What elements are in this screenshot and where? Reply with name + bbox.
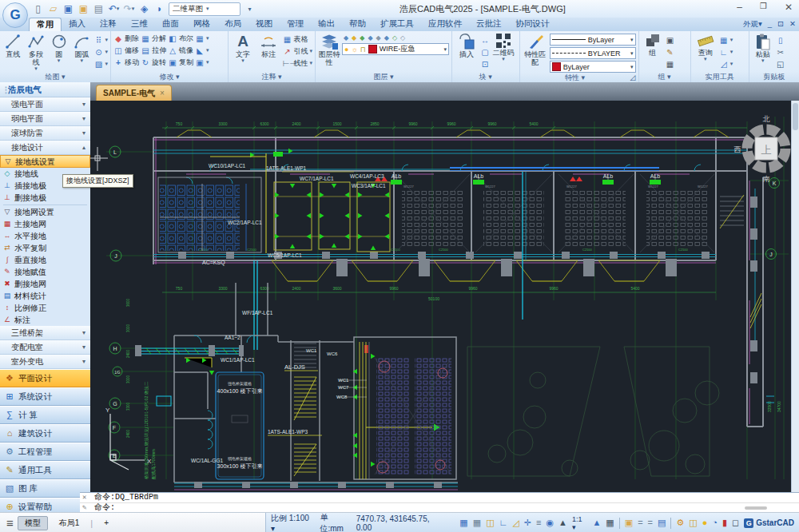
lock-ui-icon[interactable]: ◫ [689, 518, 697, 527]
group-edit-button[interactable]: ✎ [666, 46, 675, 58]
tab-zhushi[interactable]: 注释 [93, 18, 124, 31]
dyn-ucs-icon[interactable]: ◉ [546, 518, 554, 527]
layer-tool-icon[interactable]: ◆ [352, 34, 356, 42]
tool-jiediwang-shezhi[interactable]: ▽接地网设置 [0, 206, 90, 218]
linear-button[interactable]: ⊢⊣线性▾ [282, 58, 312, 69]
point-style-button[interactable]: ⠿▾ [94, 34, 109, 46]
ungroup-button[interactable]: ▣ [666, 34, 675, 46]
open-folder-icon[interactable]: ▱ [47, 3, 59, 15]
ortho-icon[interactable]: ◫ [486, 518, 494, 527]
layer-tool-icon[interactable]: ◇ [400, 34, 405, 42]
close-icon[interactable]: ✕ [82, 493, 86, 502]
angle-button[interactable]: ∟▾ [719, 46, 733, 58]
group-label-modify[interactable]: 修改 ▾ [111, 72, 228, 82]
sidebar-group-ruodian[interactable]: 弱电平面▾ [0, 112, 90, 126]
otrack-icon[interactable]: ✛ [524, 518, 531, 527]
tool-jiedi-fuzhi[interactable]: ✎接地赋值 [0, 266, 90, 278]
save-icon[interactable]: ▣ [62, 3, 74, 15]
sidebar-group-shiwai-biandian[interactable]: 室外变电▾ [0, 355, 90, 369]
color-dropdown[interactable]: ByLayer ▾ [550, 61, 636, 73]
performance-icon[interactable]: ◔ [712, 518, 718, 527]
print-icon[interactable]: ▤ [93, 3, 105, 15]
tab-kuozhan[interactable]: 扩展工具 [373, 18, 421, 31]
command-input[interactable]: 命令: [94, 503, 115, 512]
module-xitong-sheji[interactable]: ⊞系统设计 [0, 387, 90, 406]
doc-close-button[interactable]: ✕ [789, 19, 796, 30]
erase-button[interactable]: ◆删除 [113, 33, 139, 44]
module-tongyong-gongju[interactable]: ✎通用工具 [0, 461, 90, 479]
module-tuku[interactable]: ▧图 库 [0, 479, 90, 498]
command-scrollbar[interactable] [745, 506, 767, 510]
grid-icon[interactable]: ▦ [473, 518, 481, 527]
layer-tool-icon[interactable]: ◆ [384, 34, 389, 42]
layer-tool-icon[interactable]: ◆ [360, 34, 364, 42]
lineweight-dropdown[interactable]: ByLayer ▾ [550, 34, 636, 46]
match-properties-button[interactable]: 特性匹配 [523, 33, 548, 66]
qat-customize-icon[interactable]: ▾ [244, 3, 256, 15]
tool-bili-xiuzheng[interactable]: ↕比例修正 [0, 302, 90, 314]
circle-button[interactable]: 圆▾ [48, 33, 70, 63]
rotate-button[interactable]: ↻旋转 [141, 57, 166, 68]
close-button[interactable]: ✕ [785, 2, 793, 13]
undo-icon[interactable]: ↶▾ [108, 3, 120, 15]
tab-yunpizhu[interactable]: 云批注 [469, 18, 509, 31]
group-label-group[interactable]: 组 ▾ [639, 72, 690, 82]
isolate-icon[interactable]: = [638, 518, 642, 527]
polar-icon[interactable]: ∟ [499, 518, 508, 527]
tab-sanwei[interactable]: 三维 [124, 18, 155, 31]
group-label-utils[interactable]: 实用工具 [691, 72, 749, 82]
paste-special-button[interactable]: ◱ [776, 58, 785, 69]
tool-shan-jiediwang[interactable]: ✖删接地网 [0, 278, 90, 290]
layer-properties-button[interactable]: 图层特性 [318, 33, 340, 66]
line-button[interactable]: 直线 [2, 33, 24, 58]
arc-button[interactable]: 圆弧▾ [71, 33, 93, 63]
doc-tab-close-icon[interactable]: × [160, 89, 165, 97]
sidebar-group-gunqiu[interactable]: 滚球防雷▾ [0, 126, 90, 141]
preview-icon[interactable]: ▣ [625, 518, 633, 527]
module-jianzhu-sheji[interactable]: ⌂建筑设计 [0, 424, 90, 443]
doc-minimize-button[interactable]: _ [768, 19, 772, 30]
canvas-scrollbar[interactable] [791, 101, 799, 492]
hatch-button[interactable]: ▨▾ [94, 58, 109, 69]
redo-icon[interactable]: ↷▾ [123, 3, 135, 15]
fullscreen-icon[interactable]: ◻ [732, 518, 739, 527]
sidebar-group-bianpeidianshi[interactable]: 变配电室▾ [0, 340, 90, 355]
tool-shuiping-jiedi[interactable]: ↔水平接地 [0, 230, 90, 242]
gear-icon[interactable]: ⚙ [676, 518, 684, 527]
minimize-button[interactable]: – [737, 2, 742, 13]
snap-icon[interactable]: ▦ [459, 518, 467, 527]
dyn-input-icon[interactable]: ▲ [559, 518, 567, 527]
document-tab[interactable]: SAMPLE-电气× [96, 85, 172, 101]
3d-view-icon[interactable]: ◈ [138, 3, 150, 15]
insert-block-button[interactable]: 插入 [455, 33, 479, 58]
group-label-annotate[interactable]: 注释 ▾ [229, 72, 315, 82]
group-label-clipboard[interactable]: 剪贴板 [749, 72, 799, 82]
scale-control[interactable]: 比例 1:100 ▾ [271, 513, 315, 532]
boolean-button[interactable]: ◧布尔 [168, 33, 193, 44]
paste-button[interactable]: 粘贴▾ [752, 33, 774, 63]
tab-yingyong[interactable]: 应用软件 [421, 18, 469, 31]
tab-shuchu[interactable]: 输出 [311, 18, 342, 31]
sidebar-group-qiangdian[interactable]: 强电平面▾ [0, 97, 90, 112]
text-button[interactable]: A 文字▾ [231, 33, 255, 63]
copy-button[interactable]: ▣复制 [168, 57, 193, 68]
save-as-icon[interactable]: ▣ [78, 3, 89, 15]
menu-icon[interactable]: ≡ [6, 516, 13, 530]
tab-changyong[interactable]: 常用 [29, 18, 62, 31]
tool-zhu-jiediwang[interactable]: ▦主接地网 [0, 218, 90, 230]
sidebar-group-jiedi[interactable]: 接地设计▴ [0, 141, 90, 155]
tab-qumian[interactable]: 曲面 [155, 18, 186, 31]
tab-shitu[interactable]: 视图 [248, 18, 280, 31]
trim-button[interactable]: ▣▾ [195, 57, 209, 68]
tab-guanli[interactable]: 管理 [280, 18, 311, 31]
quick-props-icon[interactable]: = [648, 518, 653, 527]
drawing-viewport[interactable]: 7503300 63002400 15002850 99609960 99605… [90, 101, 791, 492]
comment-icon[interactable]: ◗ [153, 3, 165, 15]
id-point-button[interactable]: ◿▾ [719, 58, 733, 69]
new-file-icon[interactable]: ▯ [32, 3, 44, 15]
workspace-switch-icon[interactable]: ▦ [606, 518, 614, 527]
app-logo[interactable]: G [2, 2, 28, 28]
module-pingmian-sheji[interactable]: ❖平面设计 [0, 369, 90, 387]
layer-dropdown[interactable]: ● ☼ ⊓ WIRE-应急 ▾ [342, 43, 449, 55]
tool-chuizhi-jiedi[interactable]: ∫垂直接地 [0, 254, 90, 266]
